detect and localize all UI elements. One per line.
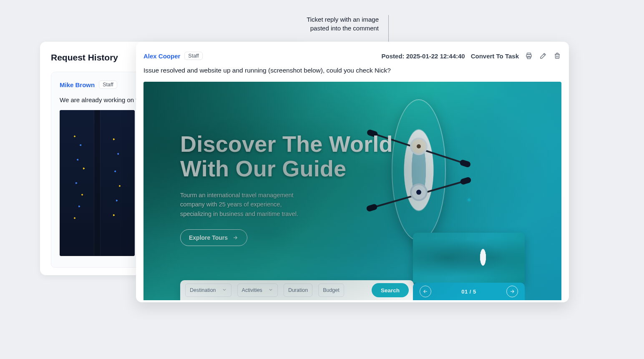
budget-select[interactable]: Budget: [318, 284, 344, 297]
hero-search-bar: Destination Activities Duration Budget S…: [180, 280, 414, 300]
ticket-reply-card: Alex Cooper Staff Posted: 2025-01-22 12:…: [136, 42, 569, 302]
attached-image-website-hero[interactable]: Discover The World With Our Guide Tourm …: [143, 82, 561, 300]
posted-label: Posted:: [382, 53, 405, 60]
print-icon[interactable]: [525, 52, 533, 60]
explore-tours-label: Explore Tours: [189, 234, 228, 241]
slide-counter: 01 / 5: [461, 289, 476, 295]
decorative-dot: [468, 198, 470, 201]
role-badge: Staff: [184, 52, 202, 60]
reply-author-area: Alex Cooper Staff: [143, 52, 203, 60]
paddler-rear: [412, 185, 426, 199]
svg-rect-3: [556, 54, 559, 58]
search-button[interactable]: Search: [372, 283, 409, 297]
activities-select[interactable]: Activities: [237, 284, 278, 297]
arrow-left-icon: [423, 289, 428, 294]
hero-pager-strip: 01 / 5: [413, 283, 525, 300]
hero-title: Discover The World With Our Guide: [180, 132, 393, 181]
hero-title-line-2: With Our Guide: [180, 156, 393, 181]
trash-icon[interactable]: [553, 52, 561, 60]
reply-header: Alex Cooper Staff Posted: 2025-01-22 12:…: [143, 52, 561, 60]
role-badge: Staff: [99, 80, 117, 89]
reply-meta-actions: Posted: 2025-01-22 12:44:40 Convert To T…: [382, 52, 561, 60]
hero-description: Tourm an international travel management…: [180, 191, 314, 218]
attached-image-server-rack[interactable]: [60, 110, 135, 256]
author-link[interactable]: Alex Cooper: [143, 53, 180, 60]
annotation-line-2: pasted into the comment: [0, 24, 379, 33]
posted-value: 2025-01-22 12:44:40: [406, 53, 465, 60]
annotation-caption: Ticket reply with an image pasted into t…: [0, 15, 379, 33]
hero-kayak-illustration: [392, 99, 446, 241]
destination-label: Destination: [190, 287, 216, 293]
duration-label: Duration: [288, 287, 308, 293]
explore-tours-button[interactable]: Explore Tours: [180, 229, 247, 246]
thumbnail-kayak: [478, 243, 488, 272]
arrow-right-icon: [232, 235, 239, 241]
hero-thumbnail[interactable]: [413, 233, 525, 283]
server-rack-left: [60, 110, 94, 256]
activities-label: Activities: [242, 287, 262, 293]
paddler-front: [412, 139, 426, 153]
kayak-deck: [407, 121, 431, 220]
edit-icon[interactable]: [539, 52, 547, 60]
prev-slide-button[interactable]: [420, 286, 431, 297]
destination-select[interactable]: Destination: [185, 284, 231, 297]
reply-body-text: Issue resolved and website up and runnin…: [143, 67, 561, 74]
annotation-line-1: Ticket reply with an image: [0, 15, 379, 24]
budget-label: Budget: [323, 287, 340, 293]
kayak-hull: [392, 99, 446, 241]
server-rack-right: [100, 110, 135, 256]
chevron-down-icon: [222, 287, 227, 294]
arrow-right-icon: [509, 289, 515, 294]
hero-copy-block: Discover The World With Our Guide Tourm …: [180, 132, 393, 246]
next-slide-button[interactable]: [506, 286, 518, 297]
convert-to-task-link[interactable]: Convert To Task: [471, 53, 519, 60]
chevron-down-icon: [268, 287, 273, 294]
author-link[interactable]: Mike Brown: [60, 81, 95, 88]
hero-title-line-1: Discover The World: [180, 132, 393, 156]
duration-select[interactable]: Duration: [284, 284, 312, 297]
posted-timestamp: Posted: 2025-01-22 12:44:40: [382, 53, 465, 60]
